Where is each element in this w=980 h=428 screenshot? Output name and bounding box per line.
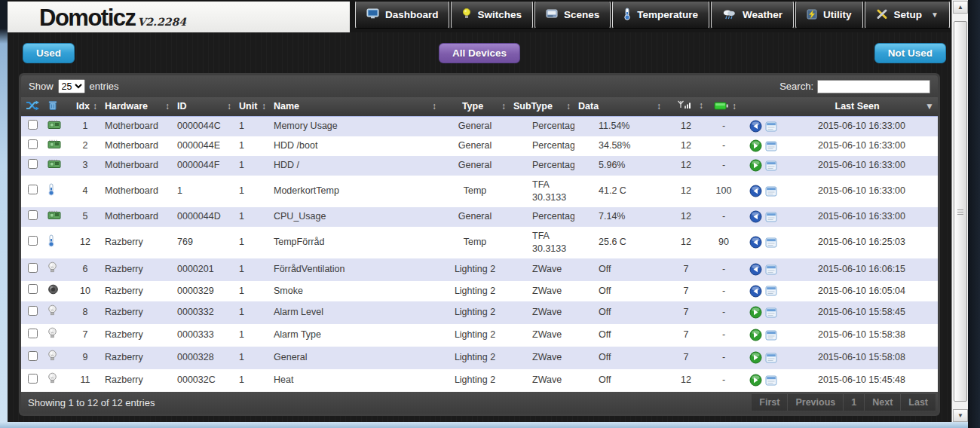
cell-device-icon xyxy=(44,301,69,324)
search-input[interactable] xyxy=(817,80,930,93)
cell-data: Off xyxy=(574,258,665,281)
column-header-idx[interactable]: Idx↕ xyxy=(69,97,101,116)
set-unused-arrow-icon[interactable] xyxy=(749,285,762,298)
cell-hardware: Razberry xyxy=(101,369,173,392)
nav-tab-scenes[interactable]: Scenes xyxy=(534,1,611,29)
table-row: 8Razberry00003321Alarm LevelLighting 2ZW… xyxy=(21,301,938,324)
device-log-icon[interactable] xyxy=(765,121,777,132)
used-filter-button[interactable]: Used xyxy=(23,43,75,63)
set-used-arrow-icon[interactable] xyxy=(749,329,762,341)
row-checkbox[interactable] xyxy=(28,139,38,149)
column-header-data[interactable]: Data↕ xyxy=(574,97,665,116)
row-checkbox[interactable] xyxy=(28,329,38,338)
domoticz-app: Domoticz V2.2284 DashboardSwitchesScenes… xyxy=(8,0,951,423)
column-header-id[interactable]: ID↕ xyxy=(173,97,235,116)
column-header-signal[interactable]: ↕ xyxy=(665,97,707,116)
device-log-icon[interactable] xyxy=(765,212,777,222)
app-logo: Domoticz xyxy=(39,5,136,32)
cell-select xyxy=(21,281,44,301)
scroll-up-arrow-icon[interactable]: ▲ xyxy=(953,1,968,14)
set-unused-arrow-icon[interactable] xyxy=(749,263,762,276)
cell-signal: 12 xyxy=(665,116,707,136)
column-header-hardware[interactable]: Hardware↕ xyxy=(101,97,173,116)
column-label: Last Seen xyxy=(835,101,880,112)
cell-unit: 1 xyxy=(235,324,270,347)
device-log-icon[interactable] xyxy=(765,307,777,318)
nav-tab-dashboard[interactable]: Dashboard xyxy=(355,1,450,29)
cell-data: Off xyxy=(574,281,665,301)
cell-battery: - xyxy=(707,369,740,392)
pagination-last[interactable]: Last xyxy=(900,394,936,411)
cell-last-seen: 2015-06-10 15:45:48 xyxy=(786,369,938,392)
column-header-type[interactable]: Type↕ xyxy=(440,97,510,116)
nav-tab-switches[interactable]: Switches xyxy=(451,1,533,29)
set-unused-arrow-icon[interactable] xyxy=(749,210,762,223)
device-log-icon[interactable] xyxy=(765,353,777,363)
cell-idx: 1 xyxy=(69,116,101,136)
set-unused-arrow-icon[interactable] xyxy=(749,120,762,133)
cell-unit: 1 xyxy=(235,227,270,258)
all-devices-filter-button[interactable]: All Devices xyxy=(439,43,520,63)
row-checkbox[interactable] xyxy=(28,185,38,194)
cell-device-icon xyxy=(44,281,69,301)
column-header-battery[interactable]: ↕ xyxy=(707,97,740,116)
set-used-arrow-icon[interactable] xyxy=(749,374,762,387)
nav-tab-weather[interactable]: Weather xyxy=(711,1,794,29)
device-log-icon[interactable] xyxy=(765,186,777,197)
device-log-icon[interactable] xyxy=(765,237,777,248)
cell-signal: 12 xyxy=(665,136,707,156)
cell-id: 0000044C xyxy=(173,116,235,136)
column-header-lastseen[interactable]: Last Seen▼ xyxy=(786,97,938,116)
sort-icon: ↕ xyxy=(93,101,97,112)
page-size-select[interactable]: 25 xyxy=(58,79,85,93)
nav-tab-utility[interactable]: Utility xyxy=(795,1,863,29)
not-used-filter-button[interactable]: Not Used xyxy=(874,43,946,63)
row-checkbox[interactable] xyxy=(28,351,38,361)
row-checkbox[interactable] xyxy=(28,284,38,294)
column-header-name[interactable]: Name↕ xyxy=(270,97,440,116)
utility-icon xyxy=(807,8,817,22)
sort-icon: ↕ xyxy=(699,100,703,111)
column-header-subtype[interactable]: SubType↕ xyxy=(510,97,574,116)
nav-tab-temperature[interactable]: Temperature xyxy=(612,1,709,29)
scrollbar-grip xyxy=(957,212,963,212)
set-used-arrow-icon[interactable] xyxy=(749,306,762,319)
battery-icon xyxy=(714,102,729,112)
scroll-down-arrow-icon[interactable]: ▼ xyxy=(953,409,968,422)
column-header-unit[interactable]: Unit↕ xyxy=(235,97,270,116)
row-checkbox[interactable] xyxy=(28,374,38,384)
cell-subtype: Percentage xyxy=(510,136,574,156)
set-used-arrow-icon[interactable] xyxy=(749,159,762,172)
scrollbar-thumb[interactable] xyxy=(954,21,967,402)
thermometer-icon xyxy=(47,183,55,200)
cell-idx: 9 xyxy=(69,347,101,369)
cell-device-icon xyxy=(44,116,69,136)
cell-last-seen: 2015-06-10 15:58:08 xyxy=(786,347,938,369)
row-checkbox[interactable] xyxy=(28,120,38,130)
set-used-arrow-icon[interactable] xyxy=(749,139,762,152)
pagination-next[interactable]: Next xyxy=(864,394,900,411)
column-header-devicon xyxy=(44,97,69,116)
pagination-previous[interactable]: Previous xyxy=(787,394,843,411)
pagination-first[interactable]: First xyxy=(752,394,787,411)
nav-tab-setup[interactable]: Setup▼ xyxy=(865,1,950,29)
row-checkbox[interactable] xyxy=(28,236,38,246)
device-log-icon[interactable] xyxy=(765,286,777,296)
window-frame-bottom xyxy=(0,422,974,428)
set-unused-arrow-icon[interactable] xyxy=(749,185,762,197)
cell-type: General xyxy=(440,116,510,136)
row-checkbox[interactable] xyxy=(28,306,38,316)
vertical-scrollbar[interactable]: ▲ ▼ xyxy=(951,0,968,423)
sort-icon: ↕ xyxy=(732,101,737,112)
row-checkbox[interactable] xyxy=(28,263,38,273)
pagination-1[interactable]: 1 xyxy=(843,394,864,411)
device-log-icon[interactable] xyxy=(765,330,777,341)
row-checkbox[interactable] xyxy=(28,210,38,220)
set-unused-arrow-icon[interactable] xyxy=(749,236,762,249)
device-log-icon[interactable] xyxy=(765,264,777,275)
set-used-arrow-icon[interactable] xyxy=(749,351,762,364)
device-log-icon[interactable] xyxy=(765,141,777,151)
row-checkbox[interactable] xyxy=(28,159,38,169)
device-log-icon[interactable] xyxy=(765,375,777,386)
device-log-icon[interactable] xyxy=(765,160,777,171)
